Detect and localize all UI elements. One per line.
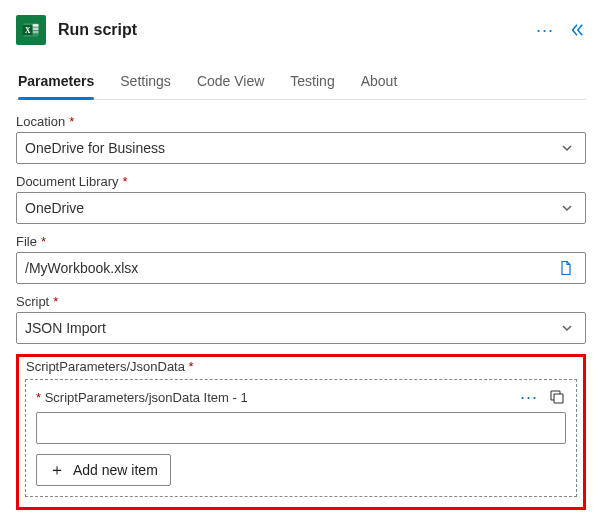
more-menu-button[interactable]: ··· <box>536 21 554 39</box>
svg-rect-3 <box>33 24 39 27</box>
plus-icon: ＋ <box>49 462 65 478</box>
card-title: Run script <box>58 21 524 39</box>
jsondata-array-container: * ScriptParameters/jsonData Item - 1 ···… <box>25 379 577 497</box>
chevron-down-icon <box>557 202 577 214</box>
action-card: X Run script ··· Parameters Settings Cod… <box>0 0 602 513</box>
dynamic-content-icon[interactable] <box>548 388 566 406</box>
field-script: Script* JSON Import <box>16 294 586 344</box>
chevron-down-icon <box>557 142 577 154</box>
tab-about[interactable]: About <box>361 67 398 99</box>
item-more-button[interactable]: ··· <box>520 388 538 406</box>
jsondata-item-input[interactable] <box>36 412 566 444</box>
field-location: Location* OneDrive for Business <box>16 114 586 164</box>
tab-parameters[interactable]: Parameters <box>18 67 94 99</box>
script-dropdown[interactable]: JSON Import <box>16 312 586 344</box>
add-new-item-button[interactable]: ＋ Add new item <box>36 454 171 486</box>
file-value: /MyWorkbook.xlsx <box>25 260 555 276</box>
tab-settings[interactable]: Settings <box>120 67 171 99</box>
field-file: File* /MyWorkbook.xlsx <box>16 234 586 284</box>
card-header: X Run script ··· <box>16 15 586 45</box>
file-picker-icon[interactable] <box>555 260 577 276</box>
jsondata-label: ScriptParameters/JsonData * <box>25 359 577 374</box>
script-value: JSON Import <box>25 320 557 336</box>
script-label: Script* <box>16 294 586 309</box>
svg-rect-7 <box>554 394 563 403</box>
svg-rect-5 <box>33 31 39 34</box>
excel-icon: X <box>16 15 46 45</box>
tab-bar: Parameters Settings Code View Testing Ab… <box>16 67 586 100</box>
document-library-dropdown[interactable]: OneDrive <box>16 192 586 224</box>
jsondata-highlight: ScriptParameters/JsonData * * ScriptPara… <box>16 354 586 510</box>
location-dropdown[interactable]: OneDrive for Business <box>16 132 586 164</box>
header-actions: ··· <box>536 21 586 39</box>
tab-testing[interactable]: Testing <box>290 67 334 99</box>
document-library-value: OneDrive <box>25 200 557 216</box>
tab-code-view[interactable]: Code View <box>197 67 264 99</box>
svg-text:X: X <box>25 26 31 35</box>
svg-rect-4 <box>33 28 39 31</box>
file-picker[interactable]: /MyWorkbook.xlsx <box>16 252 586 284</box>
field-document-library: Document Library* OneDrive <box>16 174 586 224</box>
file-label: File* <box>16 234 586 249</box>
location-value: OneDrive for Business <box>25 140 557 156</box>
jsondata-item-title: * ScriptParameters/jsonData Item - 1 <box>36 390 510 405</box>
document-library-label: Document Library* <box>16 174 586 189</box>
add-new-item-label: Add new item <box>73 462 158 478</box>
chevron-down-icon <box>557 322 577 334</box>
location-label: Location* <box>16 114 586 129</box>
collapse-icon[interactable] <box>568 21 586 39</box>
jsondata-item-header: * ScriptParameters/jsonData Item - 1 ··· <box>36 388 566 406</box>
